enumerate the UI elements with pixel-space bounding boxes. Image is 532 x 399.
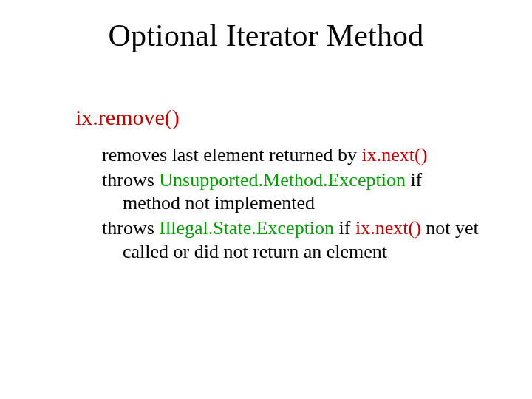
desc-2-lead: throws: [102, 169, 159, 191]
desc-3-call: ix.next(): [355, 217, 421, 239]
description-body: removes last element returned by ix.next…: [102, 143, 479, 265]
slide-title: Optional Iterator Method: [0, 18, 532, 53]
desc-line-2: throws Unsupported.Method.Exception if m…: [102, 168, 479, 215]
slide: Optional Iterator Method ix.remove() rem…: [0, 0, 532, 399]
method-signature: ix.remove(): [75, 105, 180, 130]
desc-1-text: removes last element returned by: [102, 144, 362, 166]
desc-3-mid: if: [334, 217, 355, 239]
desc-1-call: ix.next(): [362, 144, 428, 166]
desc-3-exception: Illegal.State.Exception: [159, 217, 334, 239]
desc-line-3: throws Illegal.State.Exception if ix.nex…: [102, 216, 479, 263]
desc-2-exception: Unsupported.Method.Exception: [159, 169, 406, 191]
desc-3-lead: throws: [102, 217, 159, 239]
desc-line-1: removes last element returned by ix.next…: [102, 143, 479, 167]
